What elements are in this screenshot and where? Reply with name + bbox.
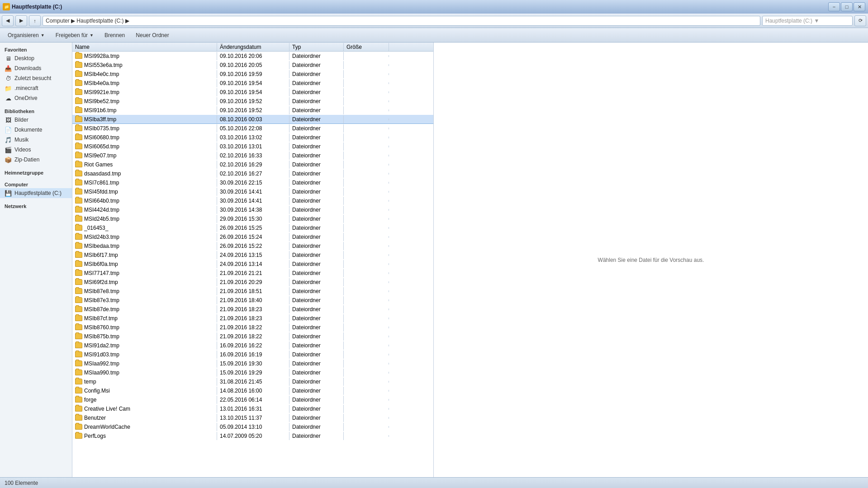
refresh-button[interactable]: ⟳ bbox=[854, 15, 866, 26]
table-row[interactable]: MSI9be52.tmp09.10.2016 19:52Dateiordner bbox=[72, 97, 433, 106]
file-date-cell: 09.10.2016 19:52 bbox=[217, 97, 289, 105]
table-row[interactable]: MSI60680.tmp03.10.2016 13:02Dateiordner bbox=[72, 133, 433, 142]
burn-button[interactable]: Brennen bbox=[100, 29, 130, 41]
table-row[interactable]: MSIbedaa.tmp26.09.2016 15:22Dateiordner bbox=[72, 242, 433, 251]
maximize-button[interactable]: □ bbox=[841, 2, 853, 11]
table-row[interactable]: MSIb8760.tmp21.09.2016 18:22Dateiordner bbox=[72, 323, 433, 332]
table-row[interactable]: MSIb87e3.tmp21.09.2016 18:40Dateiordner bbox=[72, 296, 433, 305]
table-row[interactable]: dsaasdasd.tmp02.10.2016 16:27Dateiordner bbox=[72, 169, 433, 178]
table-row[interactable]: MSIb87de.tmp21.09.2016 18:23Dateiordner bbox=[72, 305, 433, 314]
table-row[interactable]: Riot Games02.10.2016 16:29Dateiordner bbox=[72, 160, 433, 169]
sidebar-item-downloads[interactable]: 📥 Downloads bbox=[0, 63, 72, 73]
new-folder-button[interactable]: Neuer Ordner bbox=[131, 29, 174, 41]
search-input[interactable]: Hauptfestplatte (C:) ▼ bbox=[762, 16, 853, 26]
table-row[interactable]: MSI553e6a.tmp09.10.2016 20:05Dateiordner bbox=[72, 61, 433, 70]
share-button[interactable]: Freigeben für ▼ bbox=[51, 29, 99, 41]
table-row[interactable]: MSI4424d.tmp30.09.2016 14:38Dateiordner bbox=[72, 205, 433, 214]
file-name-cell: MSI7c861.tmp bbox=[72, 179, 217, 187]
col-header-size[interactable]: Größe bbox=[344, 43, 389, 51]
file-name-label: MSI69f2d.tmp bbox=[84, 279, 118, 285]
forward-button[interactable]: ▶ bbox=[15, 15, 27, 26]
table-row[interactable]: MSI9921e.tmp09.10.2016 19:54Dateiordner bbox=[72, 88, 433, 97]
file-type-cell: Dateiordner bbox=[289, 233, 344, 241]
minimize-button[interactable]: − bbox=[828, 2, 840, 11]
table-row[interactable]: _016453_26.09.2016 15:25Dateiordner bbox=[72, 223, 433, 232]
file-date-cell: 02.10.2016 16:29 bbox=[217, 161, 289, 169]
sidebar-item-hdd[interactable]: 💾 Hauptfestplatte (C:) bbox=[0, 188, 72, 198]
table-row[interactable]: MSI91b6.tmp09.10.2016 19:52Dateiordner bbox=[72, 106, 433, 115]
back-button[interactable]: ◀ bbox=[2, 15, 14, 26]
close-button[interactable]: ✕ bbox=[854, 2, 865, 11]
file-size-cell bbox=[344, 91, 389, 93]
table-row[interactable]: MSIb87cf.tmp21.09.2016 18:23Dateiordner bbox=[72, 314, 433, 323]
table-row[interactable]: MSIb6f0a.tmp24.09.2016 13:14Dateiordner bbox=[72, 260, 433, 269]
table-row[interactable]: MSI9e07.tmp02.10.2016 16:33Dateiordner bbox=[72, 151, 433, 160]
folder-icon bbox=[75, 261, 82, 267]
file-name-label: MSI45fdd.tmp bbox=[84, 189, 118, 195]
col-header-date[interactable]: Änderungsdatum bbox=[217, 43, 289, 51]
up-button[interactable]: ↑ bbox=[29, 15, 41, 26]
file-date-cell: 30.09.2016 14:41 bbox=[217, 188, 289, 196]
table-row[interactable]: Benutzer13.10.2015 11:37Dateiordner bbox=[72, 413, 433, 422]
file-date-cell: 22.05.2016 06:14 bbox=[217, 396, 289, 404]
sidebar-item-onedrive[interactable]: ☁ OneDrive bbox=[0, 93, 72, 103]
table-row[interactable]: MSI91d03.tmp16.09.2016 16:19Dateiordner bbox=[72, 350, 433, 359]
sidebar-item-recent[interactable]: ⏱ Zuletzt besucht bbox=[0, 73, 72, 83]
minecraft-icon: 📁 bbox=[5, 85, 12, 92]
table-row[interactable]: MSId24b3.tmp26.09.2016 15:24Dateiordner bbox=[72, 232, 433, 242]
file-size-cell bbox=[344, 381, 389, 383]
sidebar-item-zip[interactable]: 📦 Zip-Datien bbox=[0, 155, 72, 165]
folder-icon bbox=[75, 134, 82, 140]
table-row[interactable]: MSIaa992.tmp15.09.2016 19:30Dateiordner bbox=[72, 359, 433, 368]
table-row[interactable]: forge22.05.2016 06:14Dateiordner bbox=[72, 395, 433, 404]
folder-icon bbox=[75, 98, 82, 104]
folder-icon bbox=[75, 324, 82, 330]
table-row[interactable]: MSIaa990.tmp15.09.2016 19:29Dateiordner bbox=[72, 368, 433, 377]
table-row[interactable]: MSIb87e8.tmp21.09.2016 18:51Dateiordner bbox=[72, 287, 433, 296]
breadcrumb[interactable]: Computer ▶ Hauptfestplatte (C:) ▶ bbox=[43, 16, 760, 26]
file-name-cell: MSI9e07.tmp bbox=[72, 152, 217, 160]
table-row[interactable]: MSIb0735.tmp05.10.2016 22:08Dateiordner bbox=[72, 124, 433, 133]
table-row[interactable]: DreamWorldCache05.09.2014 13:10Dateiordn… bbox=[72, 422, 433, 431]
table-row[interactable]: MSIb6f17.tmp24.09.2016 13:15Dateiordner bbox=[72, 251, 433, 260]
col-header-type[interactable]: Typ bbox=[289, 43, 344, 51]
table-row[interactable]: MSId24b5.tmp29.09.2016 15:30Dateiordner bbox=[72, 214, 433, 223]
file-type-cell: Dateiordner bbox=[289, 423, 344, 431]
sidebar-item-desktop[interactable]: 🖥 Desktop bbox=[0, 53, 72, 63]
file-name-cell: MSIb87e8.tmp bbox=[72, 287, 217, 295]
table-row[interactable]: MSI77147.tmp21.09.2016 21:21Dateiordner bbox=[72, 269, 433, 278]
file-size-cell bbox=[344, 100, 389, 102]
table-row[interactable]: MSI9928a.tmp09.10.2016 20:06Dateiordner bbox=[72, 52, 433, 61]
table-row[interactable]: MSIb4e0c.tmp09.10.2016 19:59Dateiordner bbox=[72, 70, 433, 79]
sidebar-item-dokumente[interactable]: 📄 Dokumente bbox=[0, 125, 72, 135]
table-row[interactable]: Creative Live! Cam13.01.2016 16:31Dateio… bbox=[72, 404, 433, 413]
favorites-header: Favoriten bbox=[0, 45, 72, 53]
table-row[interactable]: MSI664b0.tmp30.09.2016 14:41Dateiordner bbox=[72, 196, 433, 205]
table-row[interactable]: MSI45fdd.tmp30.09.2016 14:41Dateiordner bbox=[72, 187, 433, 196]
table-row[interactable]: MSIba3ff.tmp08.10.2016 00:03Dateiordner bbox=[72, 115, 433, 124]
col-header-name[interactable]: Name bbox=[72, 43, 217, 51]
table-row[interactable]: MSIb4e0a.tmp09.10.2016 19:54Dateiordner bbox=[72, 79, 433, 88]
file-list-header: Name Änderungsdatum Typ Größe bbox=[72, 43, 433, 52]
sidebar-item-minecraft[interactable]: 📁 .minecraft bbox=[0, 83, 72, 93]
table-row[interactable]: temp31.08.2016 21:45Dateiordner bbox=[72, 377, 433, 386]
table-row[interactable]: MSIb875b.tmp21.09.2016 18:22Dateiordner bbox=[72, 332, 433, 341]
organize-dropdown-icon: ▼ bbox=[41, 33, 45, 38]
organize-button[interactable]: Organisieren ▼ bbox=[3, 29, 50, 41]
folder-icon bbox=[75, 125, 82, 131]
table-row[interactable]: MSI6065d.tmp03.10.2016 13:01Dateiordner bbox=[72, 142, 433, 151]
file-name-cell: MSIb87cf.tmp bbox=[72, 314, 217, 322]
table-row[interactable]: MSI69f2d.tmp21.09.2016 20:29Dateiordner bbox=[72, 278, 433, 287]
file-date-cell: 14.08.2016 16:00 bbox=[217, 387, 289, 395]
sidebar-item-bilder[interactable]: 🖼 Bilder bbox=[0, 115, 72, 125]
window-controls: − □ ✕ bbox=[828, 2, 865, 11]
file-name-label: MSI6065d.tmp bbox=[84, 143, 119, 150]
sidebar-item-musik[interactable]: 🎵 Musik bbox=[0, 135, 72, 145]
table-row[interactable]: Config.Msi14.08.2016 16:00Dateiordner bbox=[72, 386, 433, 395]
file-date-cell: 21.09.2016 18:40 bbox=[217, 296, 289, 304]
table-row[interactable]: MSI7c861.tmp30.09.2016 22:15Dateiordner bbox=[72, 178, 433, 187]
table-row[interactable]: MSI91da2.tmp16.09.2016 16:22Dateiordner bbox=[72, 341, 433, 350]
file-name-cell: MSIb8760.tmp bbox=[72, 323, 217, 332]
table-row[interactable]: PerfLogs14.07.2009 05:20Dateiordner bbox=[72, 431, 433, 441]
sidebar-item-videos[interactable]: 🎬 Videos bbox=[0, 145, 72, 155]
